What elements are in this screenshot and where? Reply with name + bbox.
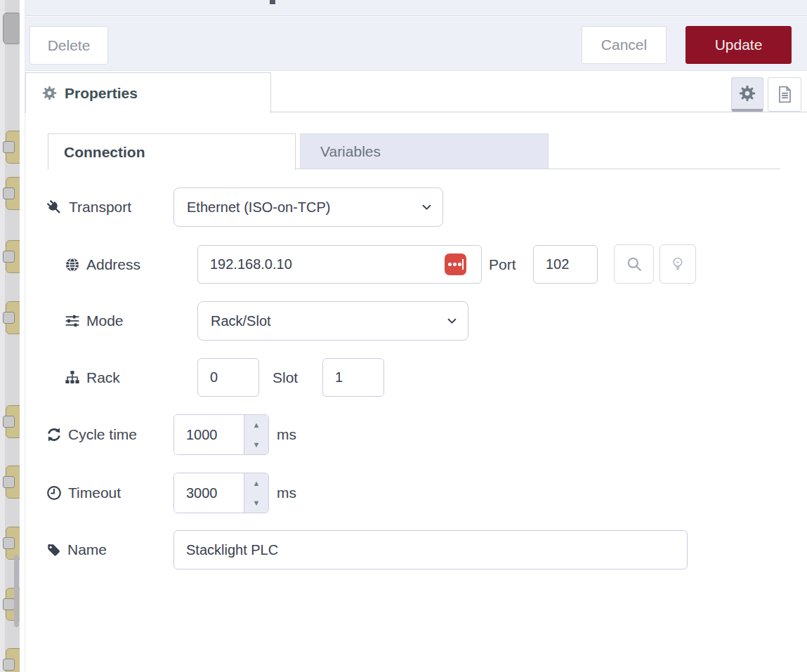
transport-select[interactable]: Ethernet (ISO-on-TCP) [173, 187, 443, 227]
node-port [3, 141, 15, 153]
palette-node[interactable] [6, 177, 20, 210]
timeout-label: Timeout [46, 485, 121, 501]
timeout-unit: ms [277, 485, 296, 501]
document-icon [776, 85, 794, 104]
rack-label: Rack [65, 369, 120, 386]
mode-select-value: Rack/Slot [211, 313, 271, 329]
scrollbar-thumb[interactable] [14, 555, 19, 627]
tab-connection[interactable]: Connection [48, 133, 296, 170]
screen: Delete Cancel Update Properties [0, 0, 807, 672]
dialog-header [25, 0, 807, 16]
tag-icon [46, 543, 61, 558]
spin-down-button[interactable]: ▼ [244, 493, 268, 513]
hint-button[interactable] [660, 244, 696, 284]
dialog-button-bar: Delete Cancel Update [25, 17, 807, 71]
node-port [3, 416, 15, 428]
gear-icon [739, 85, 756, 102]
mode-select[interactable]: Rack/Slot [197, 301, 468, 341]
refresh-icon [46, 427, 62, 442]
update-button[interactable]: Update [685, 26, 792, 64]
transport-select-value: Ethernet (ISO-on-TCP) [187, 199, 331, 216]
node-port [3, 312, 15, 324]
password-manager-dots [448, 263, 461, 266]
node-port [3, 659, 15, 671]
chevron-down-icon [447, 318, 457, 324]
palette-node[interactable] [6, 301, 20, 334]
gear-icon [42, 86, 57, 100]
palette-node[interactable] [6, 648, 20, 672]
node-port [3, 598, 15, 610]
globe-icon [65, 257, 80, 272]
password-manager-icon[interactable] [445, 253, 466, 275]
palette-node[interactable] [6, 240, 20, 273]
name-label: Name [46, 541, 107, 558]
lightbulb-icon [670, 256, 685, 272]
properties-view-button[interactable] [731, 77, 763, 112]
search-plc-button[interactable] [614, 244, 654, 284]
spin-up-button[interactable]: ▲ [244, 415, 268, 435]
node-port [3, 476, 15, 488]
cycle-time-input[interactable] [174, 415, 244, 454]
chevron-down-icon [422, 204, 431, 211]
spin-down-button[interactable]: ▼ [244, 435, 268, 454]
palette-node[interactable] [6, 466, 20, 499]
palette-gutter [0, 0, 5, 672]
slot-input[interactable] [322, 358, 384, 397]
cancel-button[interactable]: Cancel [582, 26, 667, 64]
address-input[interactable] [197, 245, 482, 284]
port-input[interactable] [533, 245, 598, 284]
address-label: Address [65, 256, 140, 273]
text-cursor [462, 259, 464, 270]
node-port [3, 537, 15, 549]
slot-label: Slot [273, 369, 298, 386]
edit-dialog: Delete Cancel Update Properties [25, 0, 807, 672]
sliders-icon [65, 313, 80, 329]
palette-node[interactable] [6, 131, 20, 164]
mode-label: Mode [65, 312, 124, 329]
port-label: Port [489, 256, 516, 273]
clipped-title-text-fragment [270, 0, 275, 4]
search-icon [626, 256, 643, 272]
spin-up-button[interactable]: ▲ [244, 473, 268, 493]
sitemap-icon [65, 370, 80, 385]
clock-icon [46, 485, 62, 501]
name-input[interactable] [173, 530, 688, 569]
palette-strip [0, 0, 20, 672]
cycle-time-unit: ms [277, 426, 296, 443]
timeout-spinner: ▲ ▼ [244, 473, 268, 513]
timeout-input[interactable] [174, 473, 244, 513]
tab-variables[interactable]: Variables [300, 133, 549, 169]
palette-node[interactable] [6, 405, 20, 438]
cycle-time-spinner: ▲ ▼ [244, 415, 268, 454]
properties-tabbar: Properties [25, 71, 807, 112]
node-port [3, 251, 15, 263]
tab-properties[interactable]: Properties [25, 72, 271, 113]
plug-icon [46, 199, 63, 216]
properties-tab-label: Properties [65, 85, 138, 102]
rack-input[interactable] [197, 358, 259, 397]
palette-node[interactable] [3, 13, 20, 44]
transport-label: Transport [46, 199, 131, 216]
node-port [3, 187, 15, 199]
cycle-time-label: Cycle time [46, 426, 137, 443]
description-view-button[interactable] [768, 77, 801, 112]
delete-button[interactable]: Delete [29, 26, 108, 65]
